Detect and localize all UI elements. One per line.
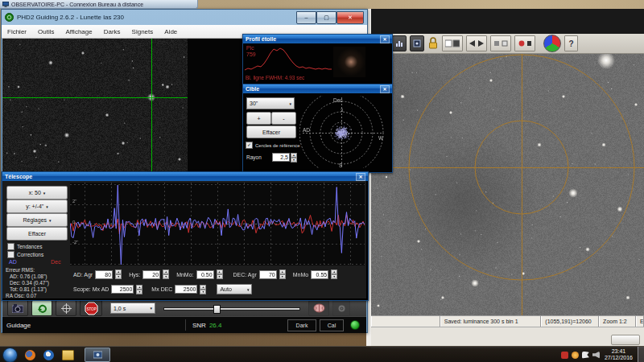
target-zoom-in-button[interactable]: +	[246, 112, 271, 125]
target-zoom-select[interactable]: 30"▾	[246, 97, 295, 109]
graph-yscale-button[interactable]: y: +/-4"▾	[6, 200, 68, 213]
loop-exposures-icon[interactable]	[31, 300, 52, 316]
menu-signets[interactable]: Signets	[126, 28, 159, 35]
dec-mnmo-input[interactable]	[311, 270, 328, 279]
graph-title-bar[interactable]: Télescope ✕	[2, 172, 368, 181]
profile-peak-value: 759	[246, 51, 256, 57]
ccd-toolbar: ?	[371, 34, 644, 54]
hys-input[interactable]	[142, 270, 160, 279]
menu-aide[interactable]: Aide	[159, 28, 183, 35]
ccd-scroll-button[interactable]	[611, 335, 640, 345]
rdp-icon	[2, 2, 9, 7]
clock-time: 23:41	[605, 348, 633, 355]
taskbar-mail-icon[interactable]	[43, 350, 54, 360]
ccd-image-canvas[interactable]	[371, 54, 644, 315]
taskbar-firefox-icon[interactable]	[25, 350, 35, 360]
pan-buttons[interactable]	[466, 35, 487, 51]
target-axis-dec: Dec	[333, 97, 343, 103]
prev-next-buttons[interactable]	[490, 35, 511, 51]
histogram-icon[interactable]	[392, 35, 407, 51]
brain-icon[interactable]	[308, 300, 329, 316]
taskbar-active-app-button[interactable]	[85, 348, 110, 362]
windows-start-button[interactable]	[2, 348, 18, 362]
graph-xscale-button[interactable]: x: 50▾	[6, 186, 68, 200]
close-button[interactable]: ✕	[336, 11, 364, 24]
target-title-bar[interactable]: Cible ✕	[243, 84, 392, 93]
ra-agr-input[interactable]	[95, 270, 113, 279]
menu-fichier[interactable]: Fichier	[2, 28, 32, 35]
ra-mnmo-label: MnMo:	[176, 272, 193, 278]
exposure-select[interactable]: 1,0 s▾	[110, 302, 155, 314]
graph-window: Télescope ✕ x: 50▾ y: +/-4"▾ Réglages▾ E…	[2, 171, 369, 301]
ra-agr-spinner[interactable]: ▲▼	[115, 269, 122, 279]
image-frame-icon[interactable]	[410, 35, 424, 51]
dec-mode-select[interactable]: Auto▾	[217, 284, 252, 294]
taskbar-clock[interactable]: 23:41 27/12/2016	[605, 348, 633, 361]
taskbar-folder-icon[interactable]	[62, 350, 74, 360]
graph-close-icon[interactable]: ✕	[356, 173, 365, 181]
menu-darks[interactable]: Darks	[98, 28, 126, 35]
rdp-title: OBSERVATOIRE-PC - Connexion Bureau à dis…	[11, 2, 143, 7]
star-profile-plot	[245, 45, 332, 77]
star-profile-title-bar[interactable]: Profil étoile ✕	[243, 35, 392, 43]
radius-spinner[interactable]: ▲▼	[291, 153, 297, 162]
graph-settings-button[interactable]: Réglages▾	[6, 213, 68, 227]
dec-agr-input[interactable]	[259, 270, 277, 279]
target-axis-s: S	[339, 162, 342, 168]
camera-icon[interactable]	[7, 300, 28, 316]
profile-fwhm-text: Bl. ligne FWHM: 4.93 sec	[246, 75, 304, 80]
help-icon[interactable]: ?	[564, 35, 578, 51]
rms-title: Erreur RMS:	[6, 267, 35, 273]
trend-checkbox-row[interactable]: Tendances	[7, 243, 42, 250]
phd2-title-bar[interactable]: PHD2 Guiding 2.6.2 - Lunette las 230 – ▢…	[2, 10, 367, 25]
target-clear-button[interactable]: Effacer	[246, 125, 296, 138]
hys-spinner[interactable]: ▲▼	[163, 269, 169, 279]
mx-dec-input[interactable]	[175, 285, 197, 294]
ref-circles-checkbox-row[interactable]: ✓ Cercles de référence	[246, 142, 303, 149]
show-desktop-button[interactable]	[638, 347, 644, 362]
tray-update-icon[interactable]	[572, 352, 579, 359]
trend-checkbox[interactable]	[7, 243, 14, 250]
menu-outils[interactable]: Outils	[32, 28, 60, 35]
trend-label: Tendances	[17, 244, 42, 249]
graph-clear-button[interactable]: Effacer	[6, 227, 68, 241]
status-snr-value: 26.4	[206, 322, 222, 329]
maximize-button[interactable]: ▢	[316, 11, 336, 24]
rdp-connection-bar[interactable]: OBSERVATOIRE-PC - Connexion Bureau à dis…	[0, 0, 198, 9]
mx-ad-input[interactable]	[111, 285, 134, 294]
radius-input[interactable]	[272, 153, 290, 162]
gamma-slider-thumb[interactable]	[213, 305, 221, 314]
mx-dec-spinner[interactable]: ▲▼	[200, 285, 206, 294]
phd2-app-icon	[5, 13, 14, 22]
corrections-label: Corrections	[17, 252, 43, 257]
target-axis-ad: AD	[303, 127, 310, 133]
minimize-button[interactable]: –	[296, 11, 316, 24]
mx-ad-spinner[interactable]: ▲▼	[136, 285, 142, 294]
stop-icon[interactable]: STOP	[80, 300, 102, 316]
target-close-icon[interactable]: ✕	[380, 85, 390, 93]
camera-settings-icon[interactable]	[332, 300, 350, 316]
ref-circles-checkbox[interactable]: ✓	[246, 142, 253, 149]
star-profile-close-icon[interactable]: ✕	[380, 35, 390, 43]
dec-agr-spinner[interactable]: ▲▼	[279, 269, 286, 279]
target-zoom-out-button[interactable]: -	[271, 112, 296, 125]
menu-affichage[interactable]: Affichage	[60, 28, 97, 35]
guide-icon[interactable]	[56, 300, 76, 316]
color-wheel-icon[interactable]	[543, 35, 561, 52]
tray-flag-icon[interactable]	[582, 352, 589, 359]
zoom-buttons[interactable]	[442, 35, 463, 51]
capture-buttons[interactable]	[514, 35, 535, 51]
ra-osc: RA Osc: 0.07	[6, 293, 36, 298]
tray-volume-icon[interactable]	[592, 352, 600, 359]
lock-icon[interactable]	[427, 36, 439, 51]
ccd-status-bar: Saved: luminance 300 s bin 1 (1055,191)=…	[371, 315, 644, 327]
corrections-checkbox[interactable]	[7, 251, 14, 258]
graph-title: Télescope	[5, 174, 32, 179]
gamma-slider[interactable]	[163, 305, 299, 311]
corrections-checkbox-row[interactable]: Corrections	[7, 251, 43, 258]
dec-agr-label: DEC: Agr	[233, 272, 257, 278]
ra-mnmo-spinner[interactable]: ▲▼	[217, 269, 223, 279]
dec-mnmo-spinner[interactable]: ▲▼	[331, 269, 337, 279]
ra-mnmo-input[interactable]	[196, 270, 214, 279]
tray-antivirus-icon[interactable]	[561, 352, 568, 359]
